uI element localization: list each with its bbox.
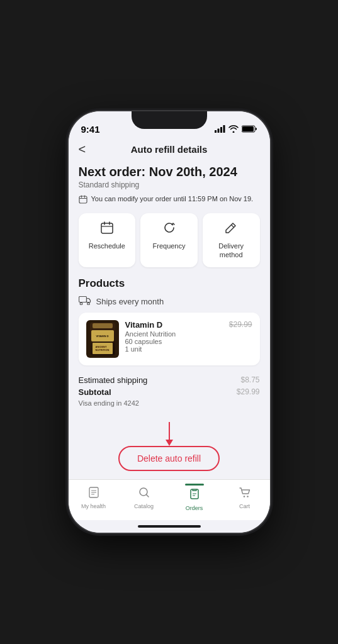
nav-label-catalog: Catalog [134,503,154,509]
myhealth-icon [87,486,100,502]
signal-icon [215,125,225,133]
action-buttons: Reschedule Frequency [79,213,260,267]
product-unit: 1 unit [125,345,223,353]
delivery-method-button[interactable]: Deliverymethod [203,213,260,267]
svg-point-17 [87,303,89,305]
shipping-type: Standard shipping [79,180,260,189]
product-label-text: VITAMIN D [96,335,108,338]
bottom-nav: My health Catalog [69,479,270,520]
delete-auto-refill-button[interactable]: Delete auto refill [118,446,220,471]
next-order-title: Next order: Nov 20th, 2024 [79,165,260,179]
nav-label-cart: Cart [239,503,250,509]
section-title: Products [79,277,260,290]
ships-monthly-text: Ships every month [96,297,164,306]
svg-rect-6 [79,196,87,203]
truck-icon [79,296,91,308]
svg-rect-3 [223,125,225,133]
product-details: Vitamin D Ancient Nutrition 60 capsules … [125,320,223,353]
wifi-icon [228,125,239,133]
delete-area: Delete auto refill [79,422,260,479]
calendar-small-icon [79,195,87,206]
product-price: $29.99 [229,320,252,329]
nav-label-myhealth: My health [81,503,106,509]
product-name: Vitamin D [125,320,223,330]
product-brand: Ancient Nutrition [125,330,223,338]
shipping-label: Estimated shipping [79,375,148,385]
nav-label-orders: Orders [186,505,203,511]
nav-item-myhealth[interactable]: My health [69,486,119,509]
nav-title: Auto refill details [131,144,208,155]
nav-header: < Auto refill details [69,139,270,160]
svg-rect-1 [217,129,219,133]
svg-point-28 [247,496,249,497]
frequency-label: Frequency [153,242,186,250]
modify-text: You can modify your order until 11:59 PM… [91,194,254,204]
phone-frame: 9:41 [69,111,270,533]
product-card: VITAMIN D ANCIENTNUTRITION Vitamin D Anc… [79,313,260,365]
svg-line-14 [232,225,234,228]
next-order-section: Next order: Nov 20th, 2024 Standard ship… [79,165,260,206]
delete-btn-label: Delete auto refill [137,453,201,464]
frequency-button[interactable]: Frequency [140,213,198,267]
shipping-row: Estimated shipping $8.75 [79,375,260,385]
svg-point-27 [243,496,245,497]
product-image: VITAMIN D ANCIENTNUTRITION [86,320,119,358]
orders-active-indicator [185,484,204,486]
status-icons [215,125,257,133]
subtotal-label: Subtotal [79,387,111,397]
svg-rect-0 [215,130,217,133]
product-label-band: VITAMIN D [91,330,114,341]
arrow-down-icon [169,422,170,441]
modify-notice: You can modify your order until 11:59 PM… [79,194,260,206]
product-capsules: 60 capsules [125,338,223,345]
home-indicator [69,520,270,533]
nav-item-cart[interactable]: Cart [220,486,270,509]
notch [132,111,207,129]
status-time: 9:41 [81,124,100,135]
svg-rect-2 [220,127,222,133]
cart-icon [239,486,251,502]
calendar-icon [100,221,114,238]
reschedule-button[interactable]: Reschedule [79,213,136,267]
battery-icon [242,125,257,133]
orders-icon [188,488,201,504]
pencil-icon [224,221,238,238]
catalog-icon [138,486,150,502]
svg-point-16 [80,303,82,305]
svg-rect-5 [242,126,254,131]
svg-line-23 [146,494,149,497]
subtotal-value: $29.99 [237,387,260,396]
visa-text: Visa ending in 4242 [79,399,260,407]
product-image-inner: VITAMIN D ANCIENTNUTRITION [90,323,115,355]
main-content: Next order: Nov 20th, 2024 Standard ship… [69,160,270,479]
order-summary: Estimated shipping $8.75 Subtotal $29.99… [79,375,260,422]
refresh-icon [162,221,176,238]
subtotal-row: Subtotal $29.99 [79,387,260,397]
delivery-method-label: Deliverymethod [218,242,244,260]
svg-rect-10 [101,223,113,233]
back-button[interactable]: < [79,142,86,157]
nav-item-orders[interactable]: Orders [169,484,220,511]
shipping-value: $8.75 [240,375,259,384]
products-section: Products Ships every month [79,277,260,365]
screen: 9:41 [69,111,270,533]
svg-rect-15 [79,296,86,302]
reschedule-label: Reschedule [89,242,125,250]
home-bar [138,525,201,528]
nav-item-catalog[interactable]: Catalog [119,486,169,509]
ships-monthly: Ships every month [79,296,260,308]
